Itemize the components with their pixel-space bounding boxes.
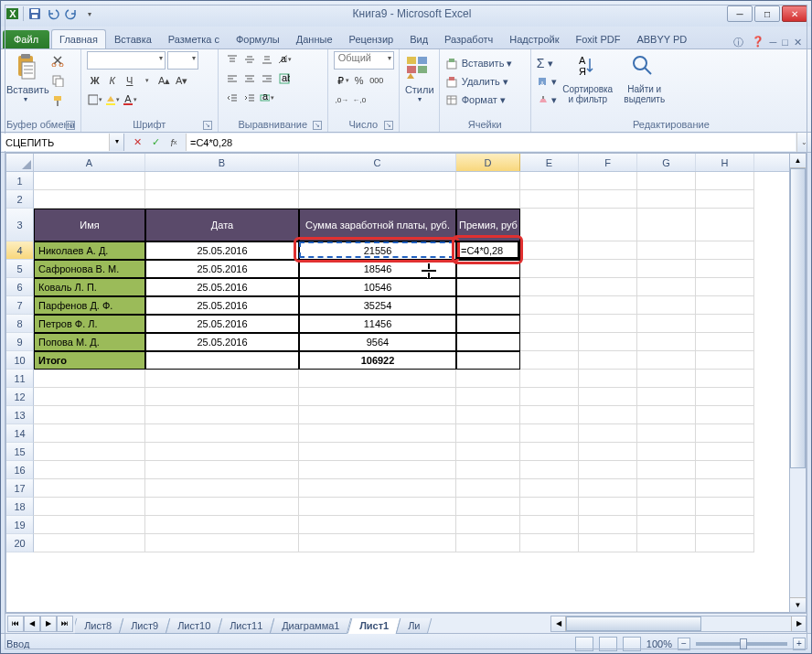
qat-save[interactable] bbox=[27, 6, 42, 21]
cell[interactable] bbox=[637, 190, 696, 209]
wrap-text-button[interactable]: ab bbox=[276, 70, 293, 87]
cell[interactable] bbox=[299, 370, 456, 388]
align-right[interactable] bbox=[259, 70, 275, 87]
cell[interactable] bbox=[34, 406, 145, 424]
cell[interactable] bbox=[579, 260, 637, 278]
cell[interactable] bbox=[696, 260, 754, 278]
underline-button[interactable]: Ч bbox=[122, 72, 138, 89]
cell[interactable] bbox=[145, 534, 299, 552]
cell[interactable] bbox=[520, 388, 579, 406]
ribbon-minimize-icon[interactable]: ⓘ bbox=[733, 36, 746, 48]
cell[interactable] bbox=[299, 172, 456, 190]
name-cell[interactable]: Николаев А. Д. bbox=[34, 241, 145, 260]
cell[interactable] bbox=[299, 443, 456, 461]
sum-cell[interactable]: 21556 bbox=[299, 241, 456, 260]
qat-redo[interactable] bbox=[64, 6, 79, 21]
ribbon-tab-0[interactable]: Главная bbox=[51, 29, 106, 48]
mdi-close[interactable]: ✕ bbox=[794, 37, 802, 48]
sum-cell[interactable]: 18546 bbox=[299, 260, 456, 278]
cell[interactable] bbox=[456, 516, 520, 534]
cell[interactable] bbox=[520, 315, 579, 333]
cell[interactable] bbox=[456, 443, 520, 461]
name-cell[interactable]: Парфенов Д. Ф. bbox=[34, 296, 145, 315]
ribbon-tab-6[interactable]: Вид bbox=[401, 29, 436, 48]
name-box-dropdown[interactable]: ▾ bbox=[109, 134, 123, 151]
comma-format[interactable]: 000 bbox=[369, 72, 385, 89]
column-header-D[interactable]: D bbox=[456, 154, 520, 171]
total-prem[interactable] bbox=[456, 351, 520, 370]
cell[interactable] bbox=[299, 190, 456, 209]
sort-filter-button[interactable]: AЯ Сортировка и фильтр bbox=[561, 51, 615, 104]
cell[interactable] bbox=[520, 534, 579, 552]
increase-decimal[interactable]: ,0→ bbox=[334, 91, 350, 108]
decrease-decimal[interactable]: ←,0 bbox=[351, 91, 368, 108]
mdi-minimize[interactable]: ─ bbox=[770, 37, 777, 48]
cell[interactable] bbox=[520, 516, 579, 534]
sheet-tab-5[interactable]: Лист1 bbox=[347, 618, 401, 634]
cell[interactable] bbox=[456, 498, 520, 516]
date-cell[interactable]: 25.05.2016 bbox=[145, 278, 299, 296]
cell[interactable] bbox=[579, 172, 637, 190]
cell[interactable] bbox=[145, 370, 299, 388]
align-left[interactable] bbox=[224, 70, 240, 87]
prem-cell[interactable] bbox=[456, 333, 520, 351]
align-center[interactable] bbox=[241, 70, 258, 87]
cell[interactable] bbox=[696, 424, 754, 443]
cell[interactable] bbox=[579, 190, 637, 209]
align-bottom[interactable] bbox=[259, 51, 275, 68]
cell[interactable] bbox=[34, 190, 145, 209]
align-dialog-launcher[interactable]: ↘ bbox=[313, 121, 322, 130]
cell[interactable] bbox=[299, 534, 456, 552]
cell[interactable] bbox=[34, 479, 145, 498]
maximize-button[interactable]: □ bbox=[754, 5, 780, 22]
page-break-view-button[interactable] bbox=[623, 637, 641, 651]
row-header-6[interactable]: 6 bbox=[6, 278, 34, 296]
cell[interactable] bbox=[299, 498, 456, 516]
qat-customize[interactable]: ▾ bbox=[82, 6, 97, 21]
sheet-nav-last[interactable]: ⏭ bbox=[57, 616, 73, 632]
qat-undo[interactable] bbox=[46, 6, 60, 21]
normal-view-button[interactable] bbox=[575, 637, 593, 651]
date-cell[interactable]: 25.05.2016 bbox=[145, 260, 299, 278]
fx-button[interactable]: fx bbox=[166, 134, 182, 151]
cell[interactable] bbox=[34, 388, 145, 406]
clear-button[interactable]: ▾ bbox=[537, 91, 557, 108]
total-date[interactable] bbox=[145, 351, 299, 370]
row-header-10[interactable]: 10 bbox=[6, 351, 34, 370]
styles-button[interactable]: Стили ▾ bbox=[405, 51, 434, 103]
cell[interactable] bbox=[637, 443, 696, 461]
column-header-A[interactable]: A bbox=[34, 154, 145, 171]
cell[interactable] bbox=[145, 424, 299, 443]
cell[interactable] bbox=[34, 424, 145, 443]
cell[interactable] bbox=[520, 296, 579, 315]
table-header-0[interactable]: Имя bbox=[34, 209, 145, 241]
format-painter-button[interactable] bbox=[48, 91, 67, 110]
enter-formula-button[interactable]: ✓ bbox=[147, 134, 164, 151]
cancel-formula-button[interactable]: ✕ bbox=[129, 134, 145, 151]
cell[interactable] bbox=[637, 534, 696, 552]
cell[interactable] bbox=[456, 190, 520, 209]
cell[interactable] bbox=[637, 241, 696, 260]
cell[interactable] bbox=[145, 461, 299, 479]
table-header-1[interactable]: Дата bbox=[145, 209, 299, 241]
cell[interactable] bbox=[456, 406, 520, 424]
percent-format[interactable]: % bbox=[351, 72, 368, 89]
cell[interactable] bbox=[637, 209, 696, 241]
cell[interactable] bbox=[579, 424, 637, 443]
cell[interactable] bbox=[520, 370, 579, 388]
cell[interactable] bbox=[456, 461, 520, 479]
font-color-button[interactable]: A bbox=[122, 91, 138, 108]
minimize-button[interactable]: ─ bbox=[727, 5, 753, 22]
cell[interactable] bbox=[579, 516, 637, 534]
cell[interactable] bbox=[637, 333, 696, 351]
scroll-right[interactable]: ▶ bbox=[791, 616, 806, 631]
cell[interactable] bbox=[456, 479, 520, 498]
align-top[interactable] bbox=[224, 51, 240, 68]
cell[interactable] bbox=[520, 260, 579, 278]
ribbon-tab-10[interactable]: ABBYY PD bbox=[628, 29, 695, 48]
clipboard-dialog-launcher[interactable]: ↘ bbox=[66, 121, 75, 130]
cell[interactable] bbox=[696, 172, 754, 190]
cell[interactable] bbox=[579, 498, 637, 516]
cell[interactable] bbox=[696, 241, 754, 260]
cell[interactable] bbox=[696, 388, 754, 406]
